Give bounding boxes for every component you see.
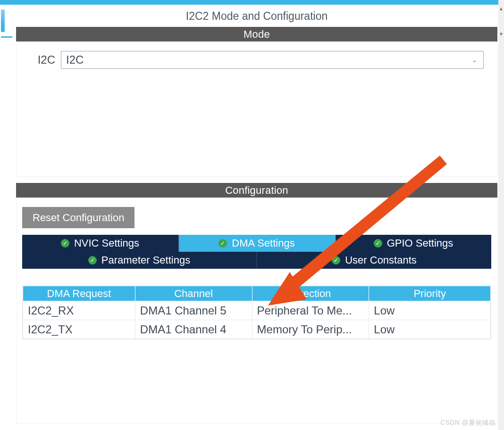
scroll-up-icon[interactable]: ▲ [498,6,504,11]
cell-direction: Peripheral To Me... [252,301,369,320]
tab-label: DMA Settings [232,237,294,249]
tab-dma-settings[interactable]: ✓ DMA Settings [179,235,336,252]
table-row[interactable]: I2C2_TX DMA1 Channel 4 Memory To Perip..… [23,320,491,339]
reset-button-label: Reset Configuration [33,212,124,224]
cell-priority: Low [369,320,491,339]
check-ok-icon: ✓ [61,239,69,248]
config-tabs: ✓ NVIC Settings ✓ DMA Settings ✓ GPIO Se… [22,235,491,269]
cell-direction: Memory To Perip... [252,320,369,339]
cell-channel: DMA1 Channel 5 [135,301,252,320]
check-ok-icon: ✓ [218,239,227,248]
mode-section-header: Mode [16,27,497,41]
config-tab-row-2: ✓ Parameter Settings ✓ User Constants [22,252,491,269]
reset-configuration-button[interactable]: Reset Configuration [22,207,134,228]
main-panel: I2C2 Mode and Configuration Mode I2C I2C… [16,6,497,430]
page-title: I2C2 Mode and Configuration [16,6,497,27]
check-ok-icon: ✓ [332,256,340,265]
chevron-down-icon: ⌄ [471,56,478,64]
cell-channel: DMA1 Channel 4 [135,320,252,339]
left-tab-underline [1,36,12,38]
watermark-text: CSDN @夏侯城临 [440,419,496,427]
table-row[interactable]: I2C2_RX DMA1 Channel 5 Peripheral To Me.… [23,301,491,320]
mode-dropdown[interactable]: I2C ⌄ [61,51,484,69]
mode-row: I2C I2C ⌄ [30,51,484,69]
check-ok-icon: ✓ [374,239,382,248]
mode-header-text: Mode [244,28,270,41]
page-title-text: I2C2 Mode and Configuration [186,10,328,23]
config-tab-row-1: ✓ NVIC Settings ✓ DMA Settings ✓ GPIO Se… [22,235,491,252]
check-ok-icon: ✓ [88,256,97,265]
col-header-channel[interactable]: Channel [135,286,252,301]
tab-label: Parameter Settings [101,254,190,266]
tab-gpio-settings[interactable]: ✓ GPIO Settings [336,235,491,252]
col-header-direction[interactable]: Direction [252,286,369,301]
col-header-priority[interactable]: Priority [369,286,491,301]
tab-label: User Constants [345,254,417,266]
cell-priority: Low [369,301,491,320]
col-header-dma-request[interactable]: DMA Request [23,286,135,301]
scroll-down-icon[interactable]: ▼ [498,31,504,37]
dma-table: DMA Request Channel Direction Priority I… [22,285,491,339]
mode-section: I2C I2C ⌄ [16,41,497,177]
mode-field-label: I2C [30,53,55,66]
config-section-header: Configuration [16,183,497,198]
app-top-accent [0,0,504,5]
cell-dma-request: I2C2_TX [23,320,135,339]
tab-parameter-settings[interactable]: ✓ Parameter Settings [22,252,257,269]
tab-user-constants[interactable]: ✓ User Constants [257,252,491,269]
tab-nvic-settings[interactable]: ✓ NVIC Settings [22,235,179,252]
config-section: Reset Configuration ✓ NVIC Settings ✓ DM… [16,198,497,424]
mode-dropdown-value: I2C [66,53,84,66]
right-edge-shim [498,0,504,430]
tab-label: NVIC Settings [74,237,139,249]
config-header-text: Configuration [225,184,288,197]
table-header-row: DMA Request Channel Direction Priority [23,286,491,301]
cell-dma-request: I2C2_RX [23,301,135,320]
tab-label: GPIO Settings [387,237,454,249]
left-collapsed-tab[interactable] [1,9,5,32]
